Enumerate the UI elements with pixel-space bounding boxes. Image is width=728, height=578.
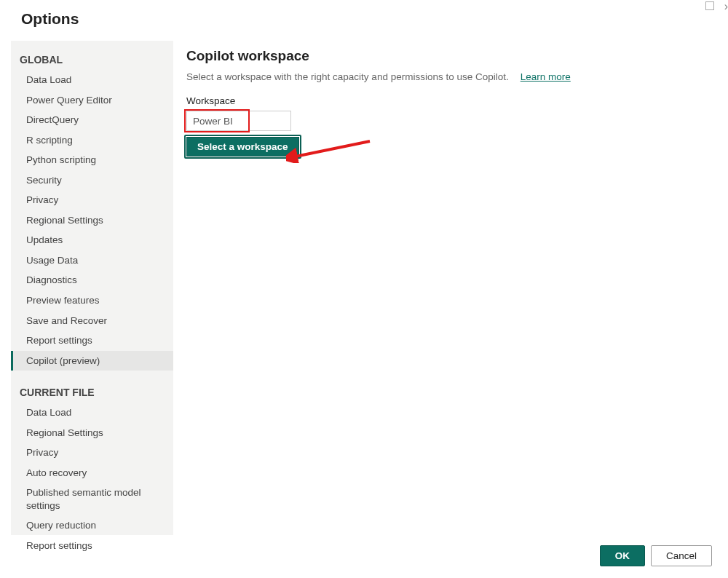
- cancel-button[interactable]: Cancel: [651, 545, 712, 566]
- sidebar-item-published-semantic-model-settings[interactable]: Published semantic model settings: [11, 483, 173, 515]
- page-title: Options: [0, 0, 728, 41]
- sidebar-item-privacy[interactable]: Privacy: [11, 190, 173, 210]
- sidebar-item-copilot-preview[interactable]: Copilot (preview): [11, 351, 173, 371]
- sidebar-item-directquery[interactable]: DirectQuery: [11, 110, 173, 130]
- main-panel: Copilot workspace Select a workspace wit…: [173, 41, 728, 535]
- sidebar-item-save-and-recover[interactable]: Save and Recover: [11, 311, 173, 331]
- main-heading: Copilot workspace: [186, 48, 713, 64]
- sidebar-item-regional-settings[interactable]: Regional Settings: [11, 423, 173, 443]
- workspace-input[interactable]: [186, 111, 291, 131]
- sidebar: GLOBAL Data LoadPower Query EditorDirect…: [11, 41, 173, 535]
- sidebar-item-r-scripting[interactable]: R scripting: [11, 130, 173, 151]
- sidebar-item-python-scripting[interactable]: Python scripting: [11, 150, 173, 170]
- sidebar-item-report-settings[interactable]: Report settings: [11, 536, 173, 556]
- window-controls: ›: [705, 0, 728, 13]
- sidebar-item-usage-data[interactable]: Usage Data: [11, 250, 173, 271]
- maximize-icon[interactable]: [705, 1, 714, 10]
- sidebar-item-data-load[interactable]: Data Load: [11, 403, 173, 423]
- sidebar-item-updates[interactable]: Updates: [11, 230, 173, 250]
- sidebar-item-regional-settings[interactable]: Regional Settings: [11, 210, 173, 231]
- select-workspace-button[interactable]: Select a workspace: [186, 137, 299, 157]
- sidebar-item-diagnostics[interactable]: Diagnostics: [11, 270, 173, 290]
- sidebar-header-current-file: CURRENT FILE: [11, 384, 173, 403]
- svg-line-1: [292, 141, 370, 157]
- learn-more-link[interactable]: Learn more: [521, 71, 571, 82]
- chevron-right-icon[interactable]: ›: [724, 0, 728, 13]
- dialog-footer: OK Cancel: [600, 545, 712, 566]
- sidebar-item-auto-recovery[interactable]: Auto recovery: [11, 463, 173, 483]
- sidebar-item-power-query-editor[interactable]: Power Query Editor: [11, 90, 173, 111]
- sidebar-item-query-reduction[interactable]: Query reduction: [11, 515, 173, 536]
- annotation-arrow-icon: [286, 140, 373, 163]
- sidebar-item-report-settings[interactable]: Report settings: [11, 330, 173, 351]
- sidebar-item-preview-features[interactable]: Preview features: [11, 290, 173, 311]
- sidebar-item-data-load[interactable]: Data Load: [11, 70, 173, 90]
- main-description: Select a workspace with the right capaci…: [186, 71, 509, 82]
- sidebar-item-privacy[interactable]: Privacy: [11, 443, 173, 463]
- ok-button[interactable]: OK: [600, 545, 645, 566]
- sidebar-item-security[interactable]: Security: [11, 170, 173, 191]
- workspace-label: Workspace: [186, 95, 713, 106]
- sidebar-header-global: GLOBAL: [11, 51, 173, 70]
